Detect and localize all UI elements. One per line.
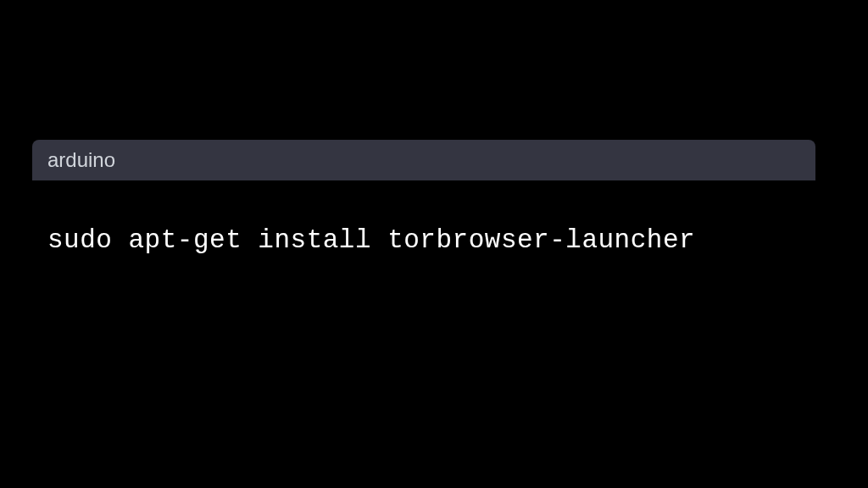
code-block-header: arduino — [32, 140, 815, 180]
code-line[interactable]: sudo apt-get install torbrowser-launcher — [47, 221, 800, 261]
code-block: arduino sudo apt-get install torbrowser-… — [32, 140, 815, 276]
code-content: sudo apt-get install torbrowser-launcher — [32, 180, 815, 276]
code-language-label: arduino — [47, 148, 115, 172]
